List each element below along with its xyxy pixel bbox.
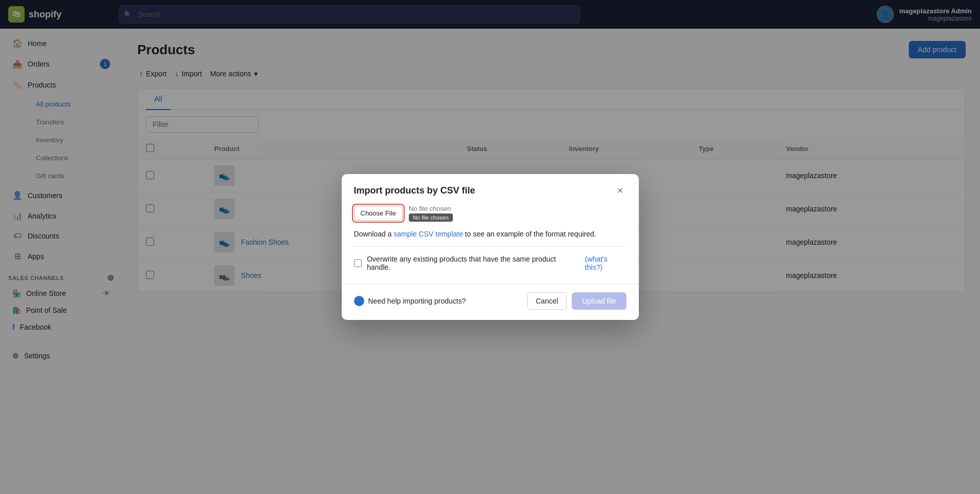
modal-title: Import products by CSV file [354, 185, 475, 196]
choose-file-button[interactable]: Choose File [354, 206, 403, 221]
modal-close-button[interactable]: × [614, 184, 627, 197]
no-file-info: No file chosen No file chosen [409, 205, 453, 222]
modal-overlay[interactable]: Import products by CSV file × Choose Fil… [0, 0, 980, 494]
help-row: Need help importing products? [354, 296, 466, 306]
modal-buttons: Cancel Upload file [527, 292, 627, 310]
cancel-button[interactable]: Cancel [527, 292, 567, 310]
overwrite-label: Overwrite any existing products that hav… [367, 255, 578, 271]
no-file-label: No file chosen [409, 205, 453, 212]
modal-header: Import products by CSV file × [342, 174, 639, 205]
overwrite-row: Overwrite any existing products that hav… [354, 255, 627, 271]
modal-body: Choose File No file chosen No file chose… [342, 205, 639, 284]
import-modal: Import products by CSV file × Choose Fil… [342, 174, 639, 320]
whats-this-link[interactable]: (what's this?) [585, 255, 627, 271]
overwrite-checkbox[interactable] [354, 259, 362, 267]
sample-csv-link[interactable]: sample CSV template [393, 230, 463, 238]
modal-footer: Need help importing products? Cancel Upl… [342, 284, 639, 320]
file-section: Choose File No file chosen No file chose… [354, 205, 627, 222]
no-file-tooltip: No file chosen [409, 213, 453, 222]
download-help-text: Download a sample CSV template to see an… [354, 230, 627, 238]
upload-file-button[interactable]: Upload file [572, 292, 626, 310]
help-text: Need help importing products? [368, 297, 466, 305]
help-dot-icon [354, 296, 364, 306]
